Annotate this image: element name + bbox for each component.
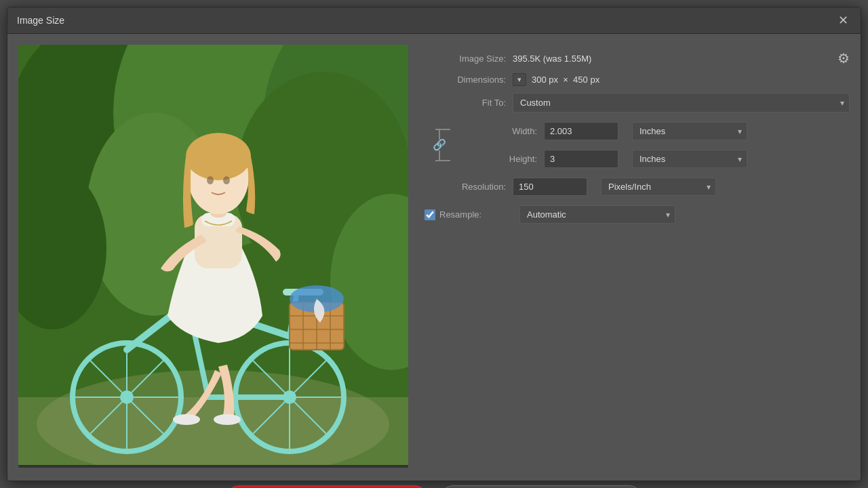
chain-top-h bbox=[435, 129, 450, 130]
ok-button[interactable]: OK bbox=[225, 485, 429, 488]
width-input[interactable] bbox=[544, 122, 618, 140]
width-row: Width: Inches Centimeters Millimeters Po… bbox=[456, 122, 850, 140]
dialog-title: Image Size bbox=[17, 15, 64, 26]
height-row: Height: Inches Centimeters Millimeters P… bbox=[456, 150, 850, 168]
height-unit-select[interactable]: Inches Centimeters Millimeters Points Pi… bbox=[632, 150, 747, 168]
dimensions-values: 300 px × 450 px bbox=[532, 75, 599, 85]
wh-rows: Width: Inches Centimeters Millimeters Po… bbox=[456, 122, 850, 168]
image-size-row: Image Size: 395.5K (was 1.55M) ⚙ bbox=[425, 50, 850, 66]
svg-point-39 bbox=[214, 414, 241, 425]
fit-to-select[interactable]: Custom Original Size Letter (72 ppi) Leg… bbox=[513, 93, 850, 113]
image-size-label: Image Size: bbox=[425, 54, 506, 64]
resample-checkbox-wrapper: Resample: bbox=[425, 209, 513, 220]
title-bar: Image Size ✕ bbox=[7, 7, 861, 34]
chain-visual: 🔗 bbox=[429, 129, 450, 161]
width-unit-select[interactable]: Inches Centimeters Millimeters Points Pi… bbox=[632, 122, 747, 140]
image-size-value: 395.5K (was 1.55M) bbox=[513, 54, 591, 64]
image-size-dialog: Image Size ✕ bbox=[7, 7, 861, 481]
resample-checkbox[interactable] bbox=[425, 209, 435, 220]
preview-svg bbox=[18, 45, 408, 465]
svg-point-44 bbox=[186, 133, 251, 180]
svg-point-38 bbox=[173, 414, 200, 425]
dimensions-row: Dimensions: ▾ 300 px × 450 px bbox=[425, 73, 850, 86]
resample-method-wrapper: Automatic Preserve Details (Enlargement)… bbox=[513, 205, 675, 224]
svg-point-45 bbox=[207, 176, 214, 184]
footer-buttons: OK Cancel bbox=[7, 479, 861, 488]
resample-row: Resample: Automatic Preserve Details (En… bbox=[425, 205, 850, 224]
image-preview bbox=[18, 45, 408, 468]
dimensions-label: Dimensions: bbox=[425, 75, 506, 85]
chain-bot-v bbox=[439, 150, 440, 160]
resolution-unit-wrapper: Pixels/Inch Pixels/Centimeter bbox=[594, 178, 716, 196]
cancel-button[interactable]: Cancel bbox=[439, 485, 643, 488]
controls-panel: Image Size: 395.5K (was 1.55M) ⚙ Dimensi… bbox=[425, 45, 850, 468]
svg-point-46 bbox=[223, 176, 230, 184]
height-unit-wrapper: Inches Centimeters Millimeters Points Pi… bbox=[625, 150, 747, 168]
gear-icon[interactable]: ⚙ bbox=[837, 50, 850, 66]
resample-method-select[interactable]: Automatic Preserve Details (Enlargement)… bbox=[519, 205, 675, 224]
height-label: Height: bbox=[456, 154, 537, 164]
fit-to-select-wrapper: Custom Original Size Letter (72 ppi) Leg… bbox=[513, 93, 850, 113]
svg-rect-9 bbox=[18, 397, 408, 465]
dim-times: × bbox=[563, 75, 568, 85]
dialog-body: Image Size: 395.5K (was 1.55M) ⚙ Dimensi… bbox=[7, 34, 861, 479]
height-input[interactable] bbox=[544, 150, 618, 168]
dimensions-chevron[interactable]: ▾ bbox=[513, 73, 526, 86]
chain-bot-h bbox=[435, 160, 450, 161]
width-height-section: 🔗 Width: Inches Centimeters bbox=[425, 122, 850, 168]
fit-to-label: Fit To: bbox=[425, 98, 506, 108]
width-unit-wrapper: Inches Centimeters Millimeters Points Pi… bbox=[625, 122, 747, 140]
dim-width: 300 px bbox=[532, 75, 558, 85]
resample-label: Resample: bbox=[439, 209, 481, 220]
chain-top-v bbox=[439, 130, 440, 140]
resolution-unit-select[interactable]: Pixels/Inch Pixels/Centimeter bbox=[601, 178, 716, 196]
dim-height: 450 px bbox=[573, 75, 599, 85]
width-label: Width: bbox=[456, 126, 537, 136]
fit-to-row: Fit To: Custom Original Size Letter (72 … bbox=[425, 93, 850, 113]
close-button[interactable]: ✕ bbox=[835, 13, 851, 28]
resolution-row: Resolution: Pixels/Inch Pixels/Centimete… bbox=[425, 178, 850, 196]
resolution-input[interactable] bbox=[513, 178, 587, 196]
chain-link-area: 🔗 bbox=[425, 122, 454, 168]
resolution-label: Resolution: bbox=[425, 182, 506, 192]
link-icon[interactable]: 🔗 bbox=[433, 140, 446, 150]
